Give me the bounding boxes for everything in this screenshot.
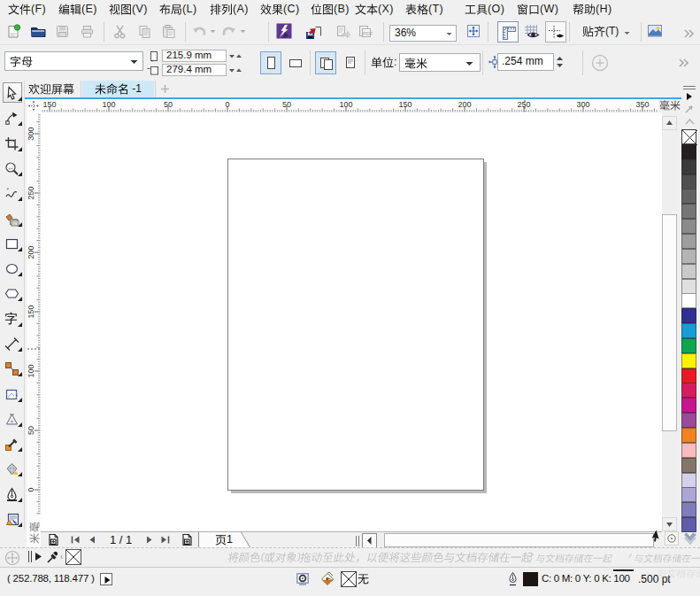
svg-text:50: 50 [27, 426, 35, 435]
svg-text:150: 150 [398, 100, 412, 109]
svg-text:50: 50 [164, 100, 173, 109]
svg-text:250: 250 [517, 100, 530, 109]
svg-text:0: 0 [225, 100, 229, 109]
svg-text:200: 200 [458, 100, 471, 109]
svg-text:300: 300 [576, 100, 589, 109]
svg-text:PDF: PDF [363, 31, 373, 36]
svg-text:0: 0 [27, 487, 35, 492]
svg-text:250: 250 [27, 186, 35, 199]
svg-text:300: 300 [27, 127, 35, 140]
svg-text:100: 100 [339, 100, 352, 109]
svg-text:200: 200 [27, 245, 35, 259]
svg-text:100: 100 [27, 364, 35, 377]
svg-text:100: 100 [102, 100, 115, 109]
svg-text:150: 150 [42, 100, 56, 109]
svg-text:350: 350 [635, 100, 649, 109]
svg-text:50: 50 [282, 100, 291, 109]
svg-text:150: 150 [27, 305, 35, 318]
